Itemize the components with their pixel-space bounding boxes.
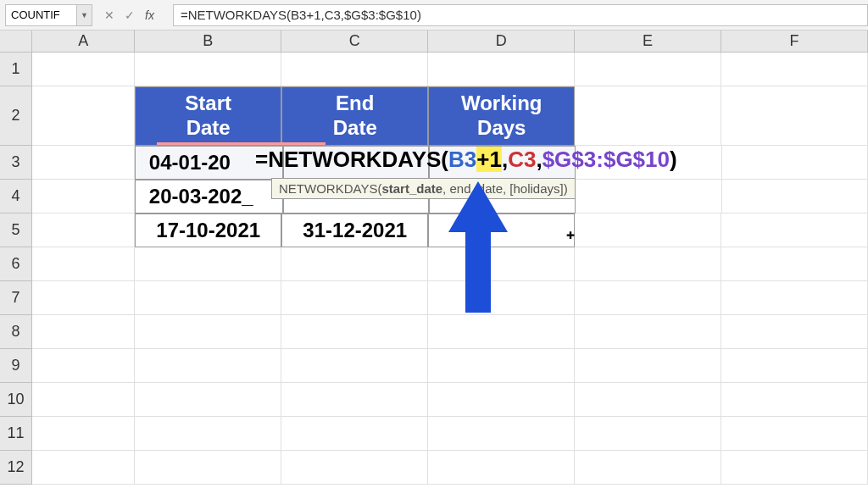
cell-E2[interactable]: [575, 86, 721, 146]
cell-B8[interactable]: [135, 315, 281, 349]
col-header-C[interactable]: C: [281, 30, 428, 53]
cell-A10[interactable]: [32, 383, 135, 417]
cell-F12[interactable]: [721, 451, 868, 485]
formula-ref-b3: B3: [448, 147, 476, 172]
select-all-corner[interactable]: [0, 30, 32, 53]
cell-F11[interactable]: [721, 417, 868, 451]
col-header-A[interactable]: A: [32, 30, 135, 53]
cell-A6[interactable]: [32, 247, 135, 281]
col-header-F[interactable]: F: [721, 30, 868, 53]
row-header-6[interactable]: 6: [0, 247, 32, 281]
row-header-10[interactable]: 10: [0, 383, 32, 417]
row-header-11[interactable]: 11: [0, 417, 32, 451]
cell-F6[interactable]: [721, 247, 868, 281]
reference-highlight-border: [157, 142, 326, 145]
cell-E10[interactable]: [575, 383, 721, 417]
cell-C2[interactable]: End Date: [281, 86, 428, 146]
cell-F10[interactable]: [721, 383, 868, 417]
formula-bar-input[interactable]: =NETWORKDAYS(B3+1,C3,$G$3:$G$10): [173, 4, 868, 26]
row-header-12[interactable]: 12: [0, 451, 32, 485]
row-8: 8: [0, 315, 868, 349]
cell-B1[interactable]: [135, 53, 281, 86]
cell-C1[interactable]: [281, 53, 428, 86]
cell-D2[interactable]: Working Days: [428, 86, 575, 146]
cell-E5[interactable]: [575, 214, 721, 247]
row-header-1[interactable]: 1: [0, 53, 32, 86]
row-header-4[interactable]: 4: [0, 180, 32, 214]
cell-A12[interactable]: [32, 451, 135, 485]
cell-A1[interactable]: [32, 53, 135, 86]
cell-B2[interactable]: Start Date: [135, 86, 281, 146]
name-box[interactable]: COUNTIF: [5, 4, 77, 26]
cell-F7[interactable]: [721, 281, 868, 315]
cell-E6[interactable]: [575, 247, 721, 281]
cell-A5[interactable]: [32, 214, 135, 247]
formula-ref-c3: C3: [508, 147, 536, 172]
cell-E9[interactable]: [575, 349, 721, 383]
fx-icon[interactable]: fx: [145, 8, 161, 22]
cell-D11[interactable]: [428, 417, 575, 451]
cell-A3[interactable]: [32, 146, 135, 180]
formula-equals: =: [255, 147, 268, 172]
cell-F1[interactable]: [721, 53, 868, 86]
row-header-5[interactable]: 5: [0, 214, 32, 247]
cell-C5[interactable]: 31-12-2021: [281, 214, 428, 247]
row-6: 6: [0, 247, 868, 281]
cell-B11[interactable]: [135, 417, 281, 451]
cell-A2[interactable]: [32, 86, 135, 146]
cell-D8[interactable]: [428, 315, 575, 349]
cell-A11[interactable]: [32, 417, 135, 451]
cell-F3[interactable]: [722, 146, 869, 180]
cell-B7[interactable]: [135, 281, 281, 315]
cell-E7[interactable]: [575, 281, 721, 315]
cell-A4[interactable]: [32, 180, 135, 214]
cell-A9[interactable]: [32, 349, 135, 383]
cancel-icon[interactable]: ✕: [104, 8, 114, 22]
cell-D10[interactable]: [428, 383, 575, 417]
cell-B6[interactable]: [135, 247, 281, 281]
header-end-date: End Date: [333, 92, 377, 141]
cell-F5[interactable]: [721, 214, 868, 247]
cell-D9[interactable]: [428, 349, 575, 383]
cell-C9[interactable]: [281, 349, 428, 383]
cell-cursor-icon: ✚: [566, 230, 575, 241]
cell-C10[interactable]: [281, 383, 428, 417]
cell-F8[interactable]: [721, 315, 868, 349]
column-headers: A B C D E F: [0, 30, 868, 53]
cell-C8[interactable]: [281, 315, 428, 349]
cell-B12[interactable]: [135, 451, 281, 485]
name-box-dropdown[interactable]: ▼: [77, 4, 92, 26]
col-header-E[interactable]: E: [575, 30, 721, 53]
cell-E4[interactable]: [576, 180, 722, 214]
formula-paren-open: (: [441, 147, 448, 172]
cell-C6[interactable]: [281, 247, 428, 281]
cell-C11[interactable]: [281, 417, 428, 451]
cell-E1[interactable]: [575, 53, 721, 86]
row-header-7[interactable]: 7: [0, 281, 32, 315]
svg-marker-0: [448, 181, 508, 313]
cell-B9[interactable]: [135, 349, 281, 383]
cell-F2[interactable]: [721, 86, 868, 146]
row-5: 5 17-10-2021 31-12-2021: [0, 214, 868, 247]
cell-E12[interactable]: [575, 451, 721, 485]
cell-D12[interactable]: [428, 451, 575, 485]
cell-E11[interactable]: [575, 417, 721, 451]
row-header-3[interactable]: 3: [0, 146, 32, 180]
col-header-D[interactable]: D: [428, 30, 575, 53]
row-header-2[interactable]: 2: [0, 86, 32, 146]
row-header-8[interactable]: 8: [0, 315, 32, 349]
cell-B4[interactable]: 20-03-202_: [135, 180, 283, 214]
enter-icon[interactable]: ✓: [125, 8, 135, 22]
cell-F4[interactable]: [722, 180, 869, 214]
cell-E8[interactable]: [575, 315, 721, 349]
cell-A7[interactable]: [32, 281, 135, 315]
cell-F9[interactable]: [721, 349, 868, 383]
cell-A8[interactable]: [32, 315, 135, 349]
cell-B5[interactable]: 17-10-2021: [135, 214, 281, 247]
col-header-B[interactable]: B: [135, 30, 281, 53]
cell-B10[interactable]: [135, 383, 281, 417]
cell-C12[interactable]: [281, 451, 428, 485]
cell-C7[interactable]: [281, 281, 428, 315]
row-header-9[interactable]: 9: [0, 349, 32, 383]
cell-D1[interactable]: [428, 53, 575, 86]
